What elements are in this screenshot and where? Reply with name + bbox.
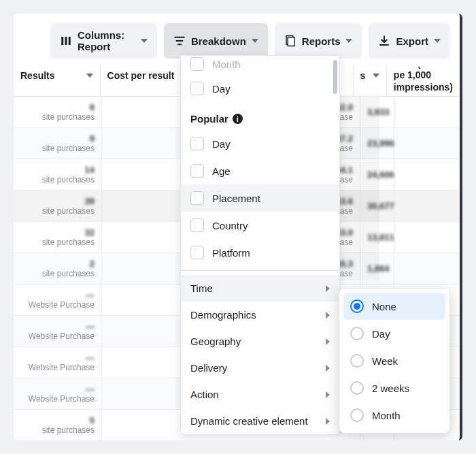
option-country[interactable]: Country (181, 212, 339, 239)
option-label: Day (372, 328, 390, 340)
radio[interactable] (350, 408, 364, 422)
option-age[interactable]: Age (181, 157, 339, 184)
cell-results: —Website Purchase (14, 285, 102, 315)
cell-sub: site purchases (20, 112, 95, 122)
chevron-down-icon (345, 39, 352, 43)
export-label: Export (396, 35, 428, 47)
export-icon (378, 35, 390, 47)
option-label: None (372, 301, 396, 312)
option-label: Month (212, 59, 241, 70)
cell-value: — (20, 353, 95, 363)
chevron-down-icon (252, 39, 258, 43)
option-placement[interactable]: Placement (181, 184, 339, 212)
chevron-right-icon (326, 338, 330, 345)
option-label: Week (372, 355, 398, 367)
category-label: Time (190, 282, 213, 294)
cell-sub: Website Purchase (20, 300, 95, 310)
category-delivery[interactable]: Delivery (181, 355, 339, 381)
category-label: Dynamic creative element (190, 415, 308, 427)
section-label-text: Popular (190, 113, 228, 125)
reports-label: Reports (302, 35, 341, 47)
cell-value: 14 (20, 165, 95, 175)
time-option-day[interactable]: Day (343, 320, 445, 347)
chevron-down-icon (86, 74, 93, 78)
info-icon[interactable]: i (233, 114, 243, 124)
cell-value: 2 (20, 259, 95, 269)
checkbox[interactable] (190, 218, 204, 232)
category-time[interactable]: Time (181, 275, 339, 302)
cell-sub: Website Purchase (20, 331, 95, 341)
option-label: Day (212, 83, 231, 95)
chevron-down-icon (141, 39, 148, 43)
chevron-right-icon (326, 391, 330, 398)
category-action[interactable]: Action (181, 381, 339, 408)
reports-button[interactable]: Reports (275, 23, 362, 59)
cell-sub: site purchases (20, 238, 95, 247)
option-day[interactable]: Day (181, 130, 339, 157)
cell-results: 32site purchases (14, 222, 102, 253)
cell-results: 5site purchases (14, 410, 102, 440)
breakdown-button[interactable]: Breakdown (164, 23, 268, 59)
cell-value: 9 (20, 133, 95, 144)
time-submenu: NoneDayWeek2 weeksMonth (339, 288, 450, 434)
option-label: Month (372, 410, 401, 421)
dropdown-scroll[interactable]: Month Day Popular i DayAgePlacementCount… (181, 56, 339, 434)
cell-sub: Website Purchase (20, 363, 95, 372)
cell-results: 9site purchases (14, 128, 102, 159)
scrollbar-thumb[interactable] (333, 60, 337, 94)
cell-sub: site purchases (20, 425, 95, 435)
radio[interactable] (350, 299, 364, 313)
cell-results: 2site purchases (14, 253, 102, 284)
svg-rect-1 (65, 37, 67, 45)
cell-sub: site purchases (20, 206, 95, 216)
option-label: 2 weeks (372, 383, 409, 394)
cell-value: 5 (20, 415, 95, 425)
checkbox[interactable] (190, 57, 204, 71)
time-option-week[interactable]: Week (343, 347, 445, 374)
checkbox[interactable] (190, 191, 204, 205)
time-option-2-weeks[interactable]: 2 weeks (343, 374, 445, 402)
cell-value: 32 (20, 227, 95, 238)
chevron-down-icon (373, 74, 379, 78)
category-label: Geography (190, 336, 241, 347)
cell-value: 39 (20, 196, 95, 206)
option-label: Placement (212, 193, 260, 204)
cell-value: — (20, 321, 95, 331)
checkbox[interactable] (190, 246, 204, 259)
cell-results: —Website Purchase (14, 347, 102, 378)
chevron-down-icon (434, 39, 441, 43)
option-platform[interactable]: Platform (181, 239, 339, 266)
radio[interactable] (350, 327, 364, 340)
cell-value: — (20, 384, 95, 394)
cell-sub: Website Purchase (20, 394, 95, 404)
chevron-right-icon (326, 285, 330, 292)
reports-icon (284, 35, 296, 47)
columns-button[interactable]: Columns: Report (50, 23, 157, 59)
cell-sub: site purchases (20, 175, 95, 184)
category-dynamic-creative-element[interactable]: Dynamic creative element (181, 408, 339, 434)
header-label: Cost per result (107, 70, 175, 81)
option-month-cut[interactable]: Month (181, 56, 339, 75)
dim-overlay (340, 97, 379, 280)
export-button[interactable]: Export (369, 23, 450, 59)
option-label: Country (212, 220, 248, 231)
checkbox[interactable] (190, 137, 204, 150)
radio[interactable] (350, 381, 364, 395)
category-demographics[interactable]: Demographics (181, 302, 339, 328)
divider (181, 270, 339, 271)
cell-results: —Website Purchase (14, 316, 102, 346)
checkbox[interactable] (190, 164, 204, 178)
svg-rect-4 (288, 37, 294, 46)
cell-results: —Website Purchase (14, 378, 102, 409)
category-geography[interactable]: Geography (181, 328, 339, 355)
chevron-right-icon (326, 365, 330, 372)
option-day[interactable]: Day (181, 75, 339, 102)
category-label: Action (190, 389, 219, 400)
checkbox[interactable] (190, 82, 204, 95)
chevron-right-icon (326, 418, 330, 425)
section-popular: Popular i (181, 102, 339, 130)
radio[interactable] (350, 354, 364, 368)
time-option-none[interactable]: None (343, 293, 445, 320)
time-option-month[interactable]: Month (343, 402, 445, 429)
cell-results: 14site purchases (14, 159, 102, 190)
